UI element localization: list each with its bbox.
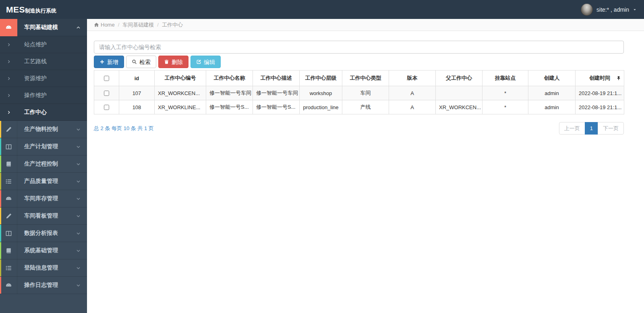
chevron-down-icon [76,266,87,270]
table-cell: 修一智能一号车间 [206,86,253,100]
group-color-strip [0,190,1,207]
sidebar-group-label: 车间看板管理 [17,212,76,220]
row-checkbox[interactable] [104,91,109,96]
sidebar: 车间基础建模站点维护工艺路线资源维护操作维护工作中心生产物料控制生产计划管理生产… [0,19,87,313]
chevron-right-icon [0,110,17,114]
breadcrumb-item: 工作中心 [162,21,183,29]
column-header: 创建时间 [576,70,624,86]
sidebar-group-label: 生产物料控制 [17,126,76,133]
sidebar-group[interactable]: 车间看板管理 [0,207,87,225]
breadcrumb-separator: / [118,22,120,28]
layout-wrapper: 车间基础建模站点维护工艺路线资源维护操作维护工作中心生产物料控制生产计划管理生产… [0,19,644,313]
columns-icon [0,138,17,155]
chevron-up-icon [76,25,87,30]
sidebar-subitem-label: 工作中心 [17,109,47,116]
list-icon [0,173,17,190]
sidebar-subitem[interactable]: 工艺路线 [0,53,87,70]
sidebar-subitem[interactable]: 工作中心 [0,104,87,121]
next-page-button[interactable]: 下一页 [598,122,624,135]
group-color-strip [0,121,1,138]
sidebar-subitem[interactable]: 操作维护 [0,87,87,104]
sidebar-group[interactable]: 生产物料控制 [0,121,87,138]
content-area: 新增检索删除编辑 id工作中心编号工作中心名称工作中心描述工作中心层级工作中心类… [87,31,644,135]
sidebar-subitem-label: 资源维护 [17,75,47,82]
table-cell: 2022-08-19 21:1... [576,86,624,100]
sidebar-subitem[interactable]: 站点维护 [0,36,87,53]
prev-page-button[interactable]: 上一页 [559,122,585,135]
button-label: 新增 [107,59,118,65]
search-icon [132,59,137,64]
chevron-down-icon [76,145,87,149]
group-color-strip [0,19,1,36]
add-button[interactable]: 新增 [94,56,124,68]
table-cell: * [482,86,528,100]
sidebar-group-label: 登陆信息管理 [17,264,76,272]
gauge-icon [0,19,17,36]
sidebar-group-label: 生产过程控制 [17,160,76,168]
breadcrumb: Home/车间基础建模/工作中心 [87,19,644,31]
sidebar-subitem[interactable]: 资源维护 [0,70,87,87]
sidebar-group[interactable]: 产品质量管理 [0,173,87,190]
plus-icon [99,59,105,64]
table-row: 107XR_WORKCEN...修一智能一号车间修一智能一号车间workshop… [94,86,624,100]
home-icon [94,22,99,27]
search-button[interactable]: 检索 [126,56,156,68]
sidebar-group[interactable]: 登陆信息管理 [0,259,87,277]
chevron-down-icon [76,249,87,253]
sidebar-subitem-label: 操作维护 [17,92,47,99]
pagination-controls: 上一页1下一页 [559,122,624,135]
sidebar-group[interactable]: 操作日志管理 [0,277,87,294]
user-avatar [581,4,593,16]
work-center-table: id工作中心编号工作中心名称工作中心描述工作中心层级工作中心类型版本父工作中心挂… [94,70,624,114]
sidebar-group-label: 车间基础建模 [17,24,76,31]
search-input[interactable] [94,41,624,54]
page-button[interactable]: 1 [585,122,598,135]
row-checkbox[interactable] [104,105,109,110]
sidebar-group[interactable]: 生产计划管理 [0,138,87,155]
sidebar-group[interactable]: 系统基础管理 [0,242,87,259]
table-cell: 修一智能一号车间 [253,86,300,100]
select-all-checkbox[interactable] [104,76,109,81]
user-name-text: site:* , admin [596,6,629,13]
columns-icon [0,225,17,242]
table-cell: production_line [300,100,342,114]
column-header: 父工作中心 [436,70,482,86]
book-icon [0,242,17,259]
chevron-down-icon [76,127,87,132]
pin-icon[interactable] [616,76,621,81]
table-cell: 修一智能一号S... [253,100,300,114]
breadcrumb-item[interactable]: Home [101,22,115,28]
brand-logo[interactable]: MES制造执行系统 [0,5,87,15]
table-container: id工作中心编号工作中心名称工作中心描述工作中心层级工作中心类型版本父工作中心挂… [94,70,624,114]
user-menu[interactable]: site:* , admin [581,4,644,16]
top-navbar: MES制造执行系统 site:* , admin [0,0,644,19]
sidebar-group[interactable]: 数据分析报表 [0,225,87,242]
select-column-header [94,70,119,86]
table-cell: XR_WORKLINE... [155,100,206,114]
sidebar-group[interactable]: 车间库存管理 [0,190,87,207]
edit-button[interactable]: 编辑 [191,56,221,68]
table-cell: 修一智能一号S... [206,100,253,114]
breadcrumb-item[interactable]: 车间基础建模 [122,21,154,29]
group-color-strip [0,138,1,155]
table-cell: 2022-08-19 21:1... [576,100,624,114]
pagination-bar: 总 2 条 每页 10 条 共 1 页 上一页1下一页 [94,122,624,135]
table-cell: 107 [119,86,155,100]
chevron-down-icon [76,179,87,184]
chevron-right-icon [0,43,17,47]
table-row: 108XR_WORKLINE...修一智能一号S...修一智能一号S...pro… [94,100,624,114]
table-cell: workshop [300,86,342,100]
chevron-down-icon [76,162,87,166]
book-icon [0,155,17,173]
caret-down-icon [633,8,637,12]
sidebar-group[interactable]: 车间基础建模 [0,19,87,36]
chevron-right-icon [0,77,17,81]
button-label: 检索 [139,59,151,65]
delete-button[interactable]: 删除 [158,56,188,68]
select-cell [94,100,119,114]
table-cell: 产线 [342,100,389,114]
sidebar-group[interactable]: 生产过程控制 [0,155,87,173]
select-cell [94,86,119,100]
table-cell: admin [528,86,576,100]
chevron-right-icon [0,93,17,97]
